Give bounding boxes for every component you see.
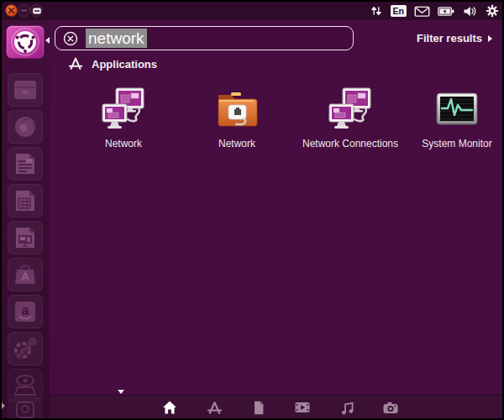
search-input[interactable]: network <box>86 29 147 48</box>
session-menu[interactable] <box>486 4 499 18</box>
lens-video[interactable] <box>293 398 312 417</box>
result-label: Network Connections <box>302 138 398 150</box>
close-button[interactable] <box>5 4 18 17</box>
trash-icon <box>13 399 38 420</box>
launcher: a <box>2 20 50 418</box>
lens-music[interactable] <box>338 398 356 417</box>
software-center-icon <box>12 262 39 287</box>
document-icon <box>251 400 266 416</box>
maximize-icon <box>32 7 42 15</box>
result-label: Network <box>218 138 255 150</box>
volume-icon <box>463 5 478 18</box>
minimize-button[interactable] <box>18 4 30 17</box>
home-icon <box>161 399 178 416</box>
clear-search-button[interactable] <box>63 31 78 46</box>
music-notes-icon <box>339 400 355 416</box>
lens-applications[interactable] <box>205 398 223 417</box>
launcher-running-arrow-icon <box>2 402 5 409</box>
network-monitors-icon <box>100 85 147 135</box>
network-monitors-icon <box>327 85 374 135</box>
camera-icon <box>382 400 399 415</box>
launcher-item-ubuntu-dash[interactable] <box>6 25 45 59</box>
ubuntu-unity-dash-screen: En <box>0 0 504 420</box>
launcher-item-firefox[interactable] <box>8 110 43 144</box>
search-box[interactable]: network <box>55 26 354 50</box>
battery-icon <box>438 5 455 18</box>
lens-home[interactable] <box>160 398 179 417</box>
dash-overlay: network Filter results Applications <box>50 20 502 418</box>
mail-icon <box>414 5 430 18</box>
network-sync-indicator[interactable] <box>370 4 383 18</box>
launcher-item-software-center[interactable] <box>8 258 43 291</box>
launcher-item-amazon[interactable]: a <box>8 295 43 328</box>
libreoffice-writer-icon <box>13 151 38 176</box>
gear-icon <box>486 4 499 18</box>
lens-photos[interactable] <box>381 398 400 417</box>
libreoffice-calc-icon <box>13 188 38 213</box>
workspace-switcher-icon <box>13 374 38 397</box>
active-lens-caret-icon <box>118 390 124 394</box>
system-tray: En <box>370 2 499 20</box>
amazon-icon: a <box>13 299 38 324</box>
files-icon <box>12 77 39 102</box>
launcher-item-files[interactable] <box>8 73 43 107</box>
dash-open-arrow-icon <box>45 37 50 44</box>
result-network-connections[interactable]: Network Connections <box>296 85 405 150</box>
top-panel: En <box>2 2 502 20</box>
battery-indicator[interactable] <box>438 5 455 18</box>
svg-text:a: a <box>22 303 29 318</box>
result-network-folder[interactable]: Network <box>182 85 291 150</box>
firefox-icon <box>12 114 39 139</box>
keyboard-layout-indicator[interactable]: En <box>391 5 407 17</box>
lens-bar <box>50 395 502 418</box>
section-title: Applications <box>92 58 157 71</box>
applications-section-header[interactable]: Applications <box>68 56 157 71</box>
applications-lens-icon <box>207 400 223 416</box>
launcher-item-libreoffice-impress[interactable] <box>8 221 43 255</box>
window-controls <box>5 4 42 17</box>
circled-x-icon <box>63 31 78 46</box>
maximize-button[interactable] <box>30 4 43 17</box>
system-monitor-icon <box>433 85 480 135</box>
ubuntu-logo-icon <box>7 26 44 58</box>
result-label: System Monitor <box>422 138 491 150</box>
applications-lens-icon <box>68 56 83 71</box>
system-settings-icon <box>12 336 39 361</box>
result-system-monitor[interactable]: System Monitor <box>407 85 504 150</box>
result-label: Network <box>105 138 142 150</box>
lens-files[interactable] <box>249 398 268 417</box>
filter-results-button[interactable]: Filter results <box>417 32 492 45</box>
close-icon <box>8 7 15 14</box>
launcher-item-libreoffice-calc[interactable] <box>8 184 43 218</box>
launcher-item-trash[interactable] <box>8 397 43 420</box>
network-folder-icon <box>213 85 260 135</box>
updown-arrows-icon <box>370 4 383 18</box>
libreoffice-impress-icon <box>13 225 38 250</box>
launcher-item-system-settings[interactable] <box>8 332 43 365</box>
volume-indicator[interactable] <box>463 5 478 18</box>
mail-indicator[interactable] <box>414 5 430 18</box>
result-network-app[interactable]: Network <box>69 85 178 150</box>
minimize-icon <box>20 7 28 14</box>
filter-expand-arrow-icon <box>488 35 492 42</box>
filter-results-label: Filter results <box>417 32 482 45</box>
video-icon <box>294 400 311 415</box>
launcher-item-libreoffice-writer[interactable] <box>8 147 43 181</box>
